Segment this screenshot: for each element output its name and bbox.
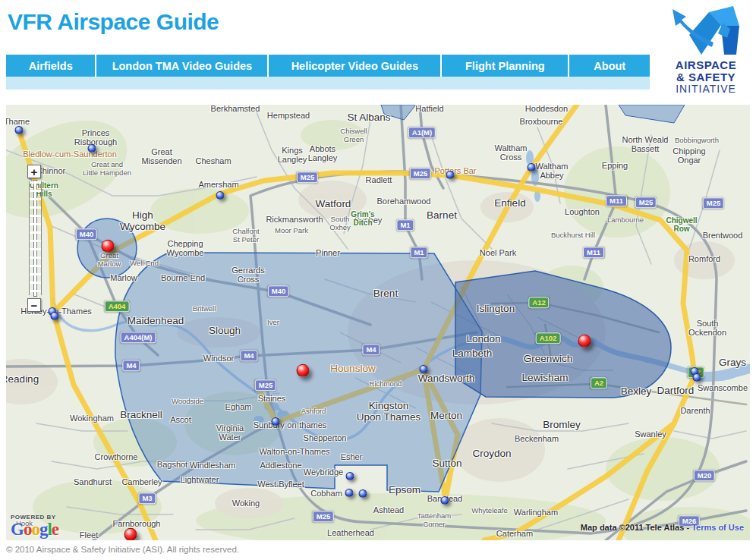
map-label: Addlestone — [260, 461, 301, 470]
map-label: Fleet — [80, 530, 98, 540]
road-badge: M25 — [255, 379, 276, 391]
map-canvas[interactable]: {"":""} — [6, 105, 750, 540]
map-label: Hoddesdon — [525, 105, 568, 113]
map-label: London — [466, 333, 500, 344]
zoom-in-button[interactable]: + — [27, 165, 41, 178]
map-label: Iver — [267, 319, 279, 327]
map-label: Chalfont St Peter — [232, 228, 259, 244]
map-marker[interactable] — [297, 364, 310, 377]
map-marker[interactable] — [51, 312, 59, 320]
map-label: Leatherhead — [327, 528, 374, 537]
map-label: Staines — [258, 394, 286, 403]
road-badge: M25 — [410, 168, 431, 179]
map-label: Rickmansworth — [266, 215, 323, 224]
road-badge: M25 — [635, 197, 657, 208]
map-label: Egham — [225, 402, 252, 411]
map-label: Lewisham — [522, 372, 569, 383]
zoom-slider-ticks — [29, 181, 42, 295]
map-label: Bledlow-cum-Saunderton — [23, 149, 117, 159]
map-marker[interactable] — [216, 191, 225, 200]
map-marker[interactable] — [693, 373, 701, 382]
map-marker[interactable] — [102, 240, 115, 253]
map-marker[interactable] — [420, 365, 428, 373]
map-label: Merton — [430, 410, 462, 421]
map-marker[interactable] — [272, 417, 280, 426]
map-label: Beckenham — [515, 434, 559, 443]
footer-copyright: © 2010 Airspace & Safety Initiative (ASI… — [6, 545, 239, 554]
map-label: Hatfield — [415, 105, 443, 113]
map-label: Sandhurst — [74, 477, 112, 486]
map-marker[interactable] — [346, 472, 354, 480]
map-label: Abbots Langley — [308, 144, 338, 163]
map-label: Woodside — [172, 398, 203, 406]
map-marker[interactable] — [578, 335, 591, 348]
road-badge: A404 — [105, 300, 130, 312]
tab-flight-planning[interactable]: Flight Planning — [440, 55, 568, 77]
map-label: Barnet — [427, 209, 457, 221]
map-label: Bromley — [543, 419, 581, 430]
nav-accent-strip — [6, 77, 650, 90]
map-label: Enfield — [494, 197, 525, 209]
road-badge: A2 — [591, 377, 607, 389]
map-label: Great Marlow — [98, 252, 121, 268]
map-label: West Byfleet — [257, 480, 304, 489]
map-label: Sutton — [432, 458, 461, 469]
map-label: Bracknell — [120, 409, 162, 420]
map-label: Maidenhead — [128, 315, 184, 326]
tab-london-tma-video-guides[interactable]: London TMA Video Guides — [95, 55, 267, 77]
tab-helicopter-video-guides[interactable]: Helicopter Video Guides — [267, 55, 440, 77]
map-marker[interactable] — [88, 144, 96, 153]
zoom-slider[interactable] — [27, 180, 41, 297]
road-badge: A1(M) — [408, 127, 436, 138]
map-label: Crowthorne — [95, 452, 138, 461]
tab-airfields[interactable]: Airfields — [6, 55, 95, 77]
tab-about[interactable]: About — [568, 55, 650, 77]
map-label: Loughton — [565, 207, 600, 216]
map-label: Pinner — [316, 248, 340, 257]
map-label: North Weald Bassett — [622, 135, 669, 154]
map-label: Wandsworth — [418, 373, 475, 384]
map-label: Whyteleafe — [471, 507, 508, 515]
map-label: Croydon — [472, 448, 511, 459]
map-label: Sunbury-on-thames — [254, 420, 327, 429]
map-label: Hounslow — [330, 363, 375, 374]
map-label: Cobham — [310, 489, 342, 498]
map-label: Kingston Upon Thames — [357, 400, 421, 423]
map-label: Ascot — [170, 415, 191, 424]
map-label: Gerrards Cross — [232, 266, 264, 285]
zoom-out-button[interactable]: − — [27, 298, 41, 312]
map-label: Moor Park — [275, 227, 308, 235]
map-label: Warlingham — [514, 508, 558, 517]
google-logo[interactable]: Google — [11, 521, 58, 538]
map-label: Bobbingworth — [675, 137, 719, 145]
map-marker[interactable] — [345, 489, 354, 497]
google-attribution[interactable]: POWERED BY Google — [11, 514, 58, 538]
map-label: Bagshot — [157, 460, 187, 469]
map-data-text: Map data ©2011 Tele Atlas - — [581, 523, 691, 532]
map-marker[interactable] — [124, 528, 137, 540]
map-marker[interactable] — [441, 496, 449, 505]
road-badge: M40 — [76, 228, 97, 240]
terms-of-use-link[interactable]: Terms of Use — [691, 523, 744, 532]
map-label: Tattenham Corner — [417, 512, 451, 528]
map-label: Esher — [341, 452, 363, 461]
map-marker[interactable] — [15, 126, 24, 134]
map-label: Lightwater — [181, 475, 219, 484]
map-label: Borehamwood — [377, 197, 431, 206]
map-label: Camberley — [121, 477, 162, 486]
map-marker[interactable] — [528, 163, 536, 171]
map-label: Buckhurst Hill — [551, 231, 595, 240]
map-label: Weybridge — [304, 467, 343, 477]
map-label: Walton-on-Thames — [259, 447, 329, 456]
map-marker[interactable] — [446, 171, 455, 179]
road-badge: M25 — [297, 171, 318, 183]
map-label: Islington — [477, 303, 515, 314]
map-label: Ashtead — [373, 505, 404, 514]
map-label: Hempstead — [267, 111, 310, 120]
road-badge: M20 — [694, 470, 715, 481]
map-label: Brent — [373, 288, 398, 299]
map-marker[interactable] — [359, 489, 367, 498]
map-label: Noel Park — [480, 248, 516, 257]
main-nav: Airfields London TMA Video Guides Helico… — [6, 55, 650, 77]
map-label: Shepperton — [304, 433, 347, 442]
